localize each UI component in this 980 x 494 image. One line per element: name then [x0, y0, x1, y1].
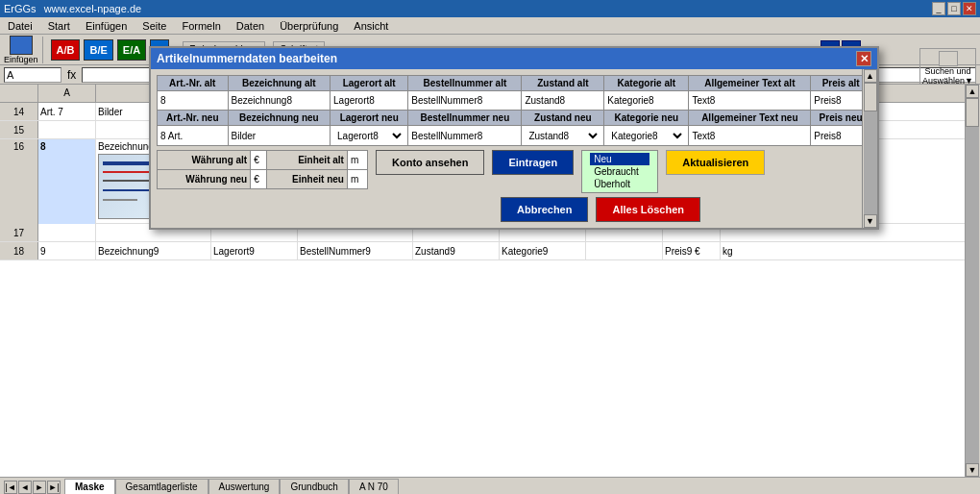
scroll-up-button[interactable]: ▲	[966, 85, 979, 98]
cell-16-a[interactable]: 8	[38, 139, 96, 224]
row-num-18: 18	[0, 242, 38, 259]
tab-next-button[interactable]: ►	[33, 481, 46, 494]
waehrung-neu-value[interactable]: €	[251, 170, 267, 189]
modal-body: Art.-Nr. alt Bezeichnung alt Lagerort al…	[151, 69, 877, 228]
tab-auswertung[interactable]: Auswertung	[208, 479, 281, 494]
maximize-button[interactable]: □	[947, 2, 961, 15]
bottom-section: Währung alt € Einheit alt m Währung neu …	[157, 150, 871, 222]
menu-start[interactable]: Start	[44, 20, 74, 32]
tab-gesamtlagerliste[interactable]: Gesamtlagerliste	[115, 479, 208, 494]
modal-scrollbar: ▲ ▼	[862, 69, 877, 228]
be-button[interactable]: B/E	[84, 39, 112, 61]
einfuegen-button[interactable]: Einfügen	[4, 36, 38, 64]
minimize-button[interactable]: _	[932, 2, 945, 15]
ab-button[interactable]: A/B	[51, 39, 81, 61]
cell-18-c[interactable]: Lagerort9	[211, 242, 298, 259]
corner-cell	[0, 85, 38, 102]
title-app-name: ErGGs	[4, 3, 37, 14]
kategorie-neu-select[interactable]: Kategorie8	[607, 127, 685, 144]
zustand-popup: Neu Gebraucht Überholt	[581, 150, 658, 193]
name-box[interactable]	[4, 67, 61, 83]
zustand-option-ueberholt[interactable]: Überholt	[590, 178, 649, 190]
search-panel[interactable]: Suchen und Auswählen▼	[919, 48, 976, 88]
cell-artnr-neu[interactable]: 8 Art.	[158, 126, 229, 146]
row-18: 18 9 Bezeichnung9 Lagerort9 BestellNumme…	[0, 242, 980, 260]
menu-datei[interactable]: Datei	[4, 20, 37, 32]
cell-15-a[interactable]	[38, 121, 96, 138]
toolbar-einfuegen: Einfügen	[4, 37, 43, 63]
cell-zustand-alt[interactable]: Zustand8	[522, 91, 604, 111]
tab-last-button[interactable]: ►|	[47, 481, 61, 494]
einheit-alt-value[interactable]: m	[347, 151, 367, 170]
zustand-option-gebraucht[interactable]: Gebraucht	[590, 165, 649, 178]
cell-bezeichnung-alt[interactable]: Bezeichnung8	[228, 91, 330, 111]
tab-first-button[interactable]: |◄	[4, 481, 17, 494]
cell-18-d[interactable]: BestellNummer9	[298, 242, 413, 259]
col-header-kategorie-alt: Kategorie alt	[604, 76, 689, 91]
cell-18-e[interactable]: Zustand9	[413, 242, 500, 259]
modal-scroll-thumb[interactable]	[864, 83, 877, 111]
eintragen-button[interactable]: Eintragen	[492, 150, 574, 175]
menu-einfuegen[interactable]: Einfügen	[82, 20, 131, 32]
formula-separator: fx	[67, 68, 76, 82]
menu-bar: Datei Start Einfügen Seite Formeln Daten…	[0, 17, 980, 35]
cell-bestellnr-alt[interactable]: BestellNummer8	[408, 91, 522, 111]
scroll-down-button[interactable]: ▼	[966, 463, 979, 477]
cell-text-neu[interactable]: Text8	[689, 126, 811, 146]
menu-daten[interactable]: Daten	[233, 20, 268, 32]
cell-lagerort-alt[interactable]: Lagerort8	[331, 91, 408, 111]
allesloeschen-button[interactable]: Alles Löschen	[596, 197, 700, 222]
cell-text-alt[interactable]: Text8	[689, 91, 811, 111]
konto-button[interactable]: Konto ansehen	[376, 150, 484, 175]
modal-scroll-down[interactable]: ▼	[864, 214, 877, 228]
zustand-neu-select[interactable]: Zustand8 Neu Gebraucht Überholt	[525, 127, 600, 144]
cell-bestellnr-neu[interactable]: BestellNummer8	[408, 126, 522, 146]
aktualisieren-button[interactable]: Aktualisieren	[666, 150, 765, 175]
cell-artnr-alt[interactable]: 8	[158, 91, 229, 111]
col-header-text-neu: Allgemeiner Text neu	[689, 111, 811, 126]
tab-an70[interactable]: A N 70	[349, 479, 399, 494]
cell-18-a[interactable]: 9	[38, 242, 96, 259]
zustand-option-neu[interactable]: Neu	[590, 153, 649, 165]
abbrechen-button[interactable]: Abbrechen	[501, 197, 588, 222]
cell-zustand-neu: Zustand8 Neu Gebraucht Überholt	[522, 126, 604, 146]
col-header-kategorie-neu: Kategorie neu	[604, 111, 689, 126]
tab-maske[interactable]: Maske	[64, 479, 115, 494]
action-row-2: Abbrechen Alles Löschen	[376, 197, 765, 222]
ea-button[interactable]: E/A	[117, 39, 146, 61]
menu-ueberpruefung[interactable]: Überprüfung	[276, 20, 342, 32]
tab-grundbuch[interactable]: Grundbuch	[280, 479, 348, 494]
cell-18-g[interactable]	[586, 242, 663, 259]
alt-values-row: 8 Bezeichnung8 Lagerort8 BestellNummer8 …	[158, 91, 871, 111]
col-header-bestellnr-neu: Bestellnummer neu	[408, 111, 522, 126]
scroll-track[interactable]	[966, 98, 979, 463]
cell-18-f[interactable]: Kategorie9	[500, 242, 586, 259]
cell-kategorie-alt[interactable]: Kategorie8	[604, 91, 689, 111]
menu-formeln[interactable]: Formeln	[178, 20, 224, 32]
col-header-bezeichnung-alt: Bezeichnung alt	[228, 76, 330, 91]
modal-dialog: Artikelnummerndaten bearbeiten ✕ Art.-Nr…	[149, 46, 879, 230]
cell-18-h[interactable]: Preis9 €	[663, 242, 721, 259]
cell-14-a[interactable]: Art. 7	[38, 103, 96, 120]
modal-close-button[interactable]: ✕	[856, 51, 871, 66]
cell-bezeichnung-neu[interactable]: Bilder	[228, 126, 330, 146]
col-header-a[interactable]: A	[38, 85, 96, 102]
excel-window: ErGGs www.excel-npage.de _ □ ✕ Datei Sta…	[0, 0, 980, 494]
cell-18-n[interactable]: kg	[721, 242, 980, 259]
menu-ansicht[interactable]: Ansicht	[350, 20, 392, 32]
scroll-thumb[interactable]	[966, 98, 979, 127]
vertical-scrollbar[interactable]: ▲ ▼	[965, 85, 980, 477]
cell-18-b[interactable]: Bezeichnung9	[96, 242, 211, 259]
tab-prev-button[interactable]: ◄	[18, 481, 32, 494]
title-url: www.excel-npage.de	[44, 3, 142, 14]
row-num-16: 16	[0, 139, 38, 224]
einheit-neu-value[interactable]: m	[347, 170, 367, 189]
title-bar: ErGGs www.excel-npage.de _ □ ✕	[0, 0, 980, 17]
modal-scroll-up[interactable]: ▲	[864, 69, 877, 83]
lagerort-neu-select[interactable]: Lagerort8	[333, 127, 404, 144]
tab-nav: |◄ ◄ ► ►|	[0, 481, 64, 494]
close-button[interactable]: ✕	[963, 2, 976, 15]
menu-seite[interactable]: Seite	[138, 20, 170, 32]
cell-17-a[interactable]	[38, 224, 96, 241]
waehrung-alt-value[interactable]: €	[251, 151, 267, 170]
